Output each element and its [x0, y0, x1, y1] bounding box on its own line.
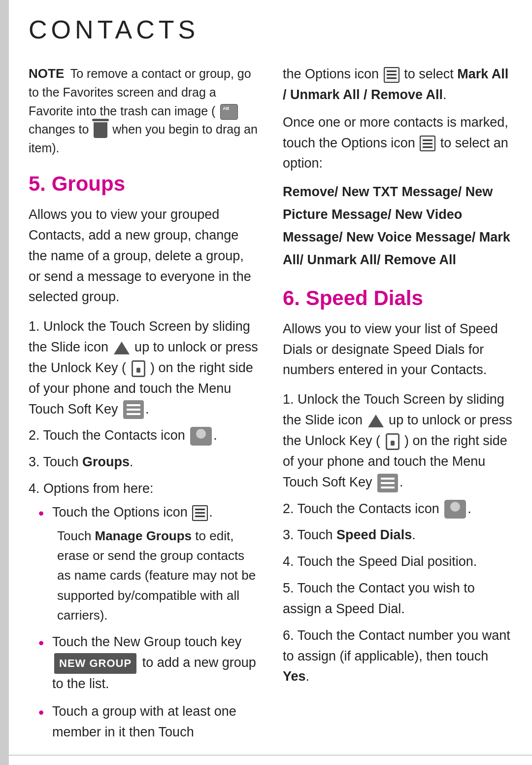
right-column: the Options icon to select Mark All / Un… [283, 64, 512, 750]
sd-step-1-text: Unlock the Touch Screen by sliding the S… [283, 392, 512, 489]
page-header: CONTACTS [29, 0, 512, 54]
menu-soft-key-icon-sd [377, 474, 398, 492]
step-1-num: 1. [29, 319, 43, 334]
footer-brand: chocolate® TOUCH [51, 763, 187, 765]
step-3-num: 3. [29, 454, 43, 469]
slide-icon-sd [368, 415, 384, 427]
sd-step-3-num: 3. [283, 527, 298, 542]
options-icon-bullet1 [192, 505, 208, 521]
trash-icon [94, 122, 107, 138]
sd-step-5-text: Touch the Contact you wish to assign a S… [283, 581, 475, 616]
bullet-options-icon: Touch the Options icon . Touch Manage Gr… [38, 502, 258, 625]
contacts-icon-sd [444, 500, 466, 519]
groups-bullets: Touch the Options icon . Touch Manage Gr… [38, 502, 258, 743]
groups-step-2: 2. Touch the Contacts icon . [29, 425, 258, 446]
left-accent-bar [0, 0, 9, 765]
bullet-1-text: Touch the Options icon . [52, 505, 213, 520]
groups-steps-list: 1. Unlock the Touch Screen by sliding th… [29, 316, 258, 742]
sd-step-4-text: Touch the Speed Dial position. [298, 554, 477, 569]
sd-step-6-text: Touch the Contact number you want to ass… [283, 628, 510, 684]
speed-dials-heading: 6. Speed Dials [283, 286, 512, 310]
main-content: NOTE To remove a contact or group, go to… [29, 64, 512, 750]
page-title: CONTACTS [29, 15, 512, 44]
left-column: NOTE To remove a contact or group, go to… [29, 64, 258, 750]
step-4-num: 4. [29, 481, 43, 496]
sd-step-1: 1. Unlock the Touch Screen by sliding th… [283, 389, 512, 492]
sd-step-6: 6. Touch the Contact number you want to … [283, 626, 512, 688]
groups-step-4: 4. Options from here: Touch the Options … [29, 479, 258, 742]
sd-step-2: 2. Touch the Contacts icon . [283, 499, 512, 520]
bullet-1-subtext: Touch Manage Groups to edit, erase or se… [57, 526, 258, 625]
addr-book-icon [220, 104, 238, 120]
sd-step-2-text: Touch the Contacts icon . [298, 501, 471, 516]
bullet-new-group: Touch the New Group touch key NEW GROUP … [38, 632, 258, 695]
sd-step-6-num: 6. [283, 628, 298, 643]
sd-step-3-text: Touch Speed Dials. [298, 527, 416, 542]
sd-step-1-num: 1. [283, 392, 298, 407]
sd-step-5: 5. Touch the Contact you wish to assign … [283, 578, 512, 620]
options-icon-right-mid [420, 136, 435, 151]
contacts-icon-step2 [190, 427, 212, 446]
menu-soft-key-icon [123, 400, 144, 419]
unlock-key-icon [132, 360, 145, 377]
sd-step-2-num: 2. [283, 501, 298, 516]
footer-brand-name: chocolate [51, 763, 129, 765]
options-icon-right-top [384, 67, 399, 83]
new-group-button-label: NEW GROUP [54, 653, 136, 674]
step-1-text: Unlock the Touch Screen by sliding the S… [29, 319, 258, 416]
speed-dials-intro: Allows you to view your list of Speed Di… [283, 319, 512, 381]
step-3-text: Touch Groups. [43, 454, 133, 469]
note-block: NOTE To remove a contact or group, go to… [29, 64, 258, 157]
note-label: NOTE [29, 66, 64, 81]
groups-step-1: 1. Unlock the Touch Screen by sliding th… [29, 316, 258, 419]
bullet-2-text: Touch the New Group touch key NEW GROUP … [52, 634, 256, 691]
slide-icon [114, 342, 130, 354]
groups-step-3: 3. Touch Groups. [29, 452, 258, 473]
right-top-text: the Options icon to select Mark All / Un… [283, 64, 512, 272]
options-list-bold: Remove/ New TXT Message/ New Picture Mes… [283, 181, 512, 272]
changes-to-text: changes to [29, 122, 89, 136]
groups-intro: Allows you to view your grouped Contacts… [29, 205, 258, 308]
step-2-text: Touch the Contacts icon . [43, 428, 217, 443]
speed-dials-steps-list: 1. Unlock the Touch Screen by sliding th… [283, 389, 512, 687]
bullet-3-text: Touch a group with at least one member i… [52, 704, 236, 739]
step-2-num: 2. [29, 428, 43, 443]
groups-heading: 5. Groups [29, 172, 258, 196]
sd-step-3: 3. Touch Speed Dials. [283, 525, 512, 546]
sd-step-5-num: 5. [283, 581, 298, 595]
step-4-text: Options from here: [43, 481, 154, 496]
page-footer: 56 chocolate® TOUCH [9, 755, 532, 765]
bullet-touch-group: Touch a group with at least one member i… [38, 701, 258, 743]
unlock-key-icon-sd [386, 433, 399, 450]
sd-step-4-num: 4. [283, 554, 298, 569]
sd-step-4: 4. Touch the Speed Dial position. [283, 552, 512, 572]
